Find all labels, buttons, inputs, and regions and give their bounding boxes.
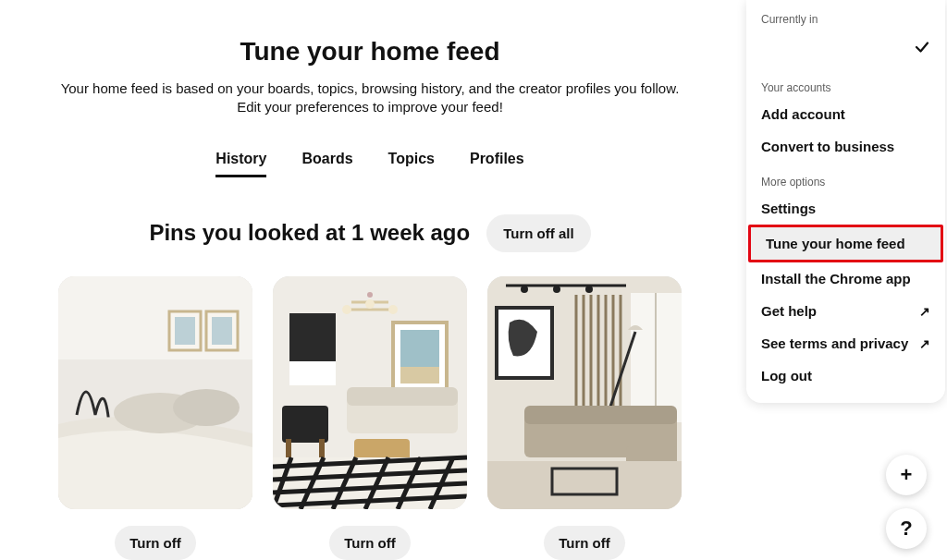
svg-rect-53 (524, 406, 677, 424)
svg-point-10 (367, 292, 373, 298)
svg-point-40 (585, 286, 593, 293)
pin-card: Turn off (273, 276, 467, 560)
add-account-item[interactable]: Add account (746, 98, 945, 130)
turn-off-button[interactable]: Turn off (544, 526, 625, 560)
plus-icon: + (901, 463, 913, 487)
svg-point-8 (173, 389, 240, 426)
tab-topics[interactable]: Topics (388, 151, 435, 177)
tabs: History Boards Topics Profiles (215, 151, 523, 177)
svg-rect-15 (289, 313, 336, 361)
account-menu-panel: Currently in Your accounts Add account C… (746, 0, 945, 403)
tab-profiles[interactable]: Profiles (470, 151, 524, 177)
svg-point-11 (342, 305, 351, 314)
tab-history[interactable]: History (215, 151, 266, 177)
svg-rect-4 (175, 317, 195, 345)
pin-image-living-plaid[interactable] (273, 276, 467, 509)
convert-business-item[interactable]: Convert to business (746, 130, 945, 163)
page-title: Tune your home feed (240, 37, 499, 67)
page-subtitle: Your home feed is based on your boards, … (61, 79, 680, 117)
section-header: Pins you looked at 1 week ago Turn off a… (65, 214, 675, 252)
pin-image-bedroom[interactable] (58, 276, 252, 509)
current-account-row[interactable] (746, 30, 945, 76)
svg-point-12 (388, 305, 398, 314)
currently-in-label: Currently in (746, 7, 945, 30)
more-options-label: More options (746, 170, 945, 192)
svg-rect-23 (319, 439, 325, 457)
tab-boards[interactable]: Boards (301, 151, 352, 177)
svg-rect-20 (347, 387, 458, 406)
svg-rect-21 (282, 406, 328, 443)
settings-item[interactable]: Settings (746, 192, 945, 225)
subtitle-line-1: Your home feed is based on your boards, … (61, 80, 680, 96)
see-terms-item[interactable]: See terms and privacy ↗ (746, 327, 945, 359)
question-icon: ? (900, 517, 912, 541)
section-title: Pins you looked at 1 week ago (149, 220, 470, 246)
pin-card: Turn off (58, 276, 252, 560)
svg-point-13 (365, 299, 375, 309)
svg-point-39 (553, 286, 560, 293)
pin-card: Turn off (487, 276, 682, 560)
get-help-item[interactable]: Get help ↗ (746, 295, 945, 327)
svg-rect-17 (400, 330, 439, 367)
install-chrome-item[interactable]: Install the Chrome app (746, 262, 945, 295)
highlight-annotation: Tune your home feed (748, 225, 943, 262)
check-icon (914, 39, 930, 59)
add-fab[interactable]: + (886, 455, 927, 495)
subtitle-line-2: Edit your preferences to improve your fe… (237, 99, 503, 115)
log-out-item[interactable]: Log out (746, 359, 945, 392)
tune-home-feed-item[interactable]: Tune your home feed (751, 227, 941, 260)
external-link-icon: ↗ (919, 304, 930, 319)
your-accounts-label: Your accounts (746, 76, 945, 98)
svg-rect-5 (212, 317, 232, 345)
pin-image-modern-living[interactable] (487, 276, 682, 509)
turn-off-all-button[interactable]: Turn off all (486, 214, 590, 252)
svg-rect-18 (400, 367, 439, 383)
turn-off-button[interactable]: Turn off (115, 526, 196, 560)
svg-rect-22 (286, 439, 291, 457)
pins-row: Turn off (56, 276, 683, 560)
turn-off-button[interactable]: Turn off (329, 526, 411, 560)
svg-point-38 (521, 286, 528, 293)
help-fab[interactable]: ? (886, 508, 927, 549)
fab-column: + ? (886, 455, 927, 549)
external-link-icon: ↗ (919, 336, 930, 351)
